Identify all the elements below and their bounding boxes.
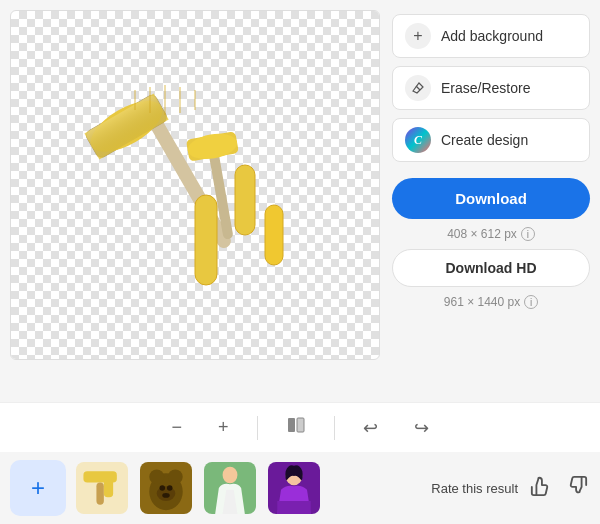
svg-rect-22 [104, 479, 113, 498]
thumbnail-2[interactable] [138, 460, 194, 516]
canvas-area [10, 10, 380, 360]
thumbnail-4[interactable] [266, 460, 322, 516]
product-image [65, 35, 325, 335]
erase-restore-button[interactable]: Erase/Restore [392, 66, 590, 110]
rate-section: Rate this result [431, 473, 590, 504]
svg-rect-8 [195, 195, 217, 285]
add-background-button[interactable]: + Add background [392, 14, 590, 58]
toolbar-row: − + ↩ ↪ [0, 402, 600, 452]
download-info-icon[interactable]: i [521, 227, 535, 241]
svg-rect-4 [84, 93, 168, 159]
add-thumbnail-button[interactable]: + [10, 460, 66, 516]
undo-button[interactable]: ↩ [355, 413, 386, 443]
download-size-info: 408 × 612 px i [392, 227, 590, 241]
svg-rect-9 [235, 165, 255, 235]
add-background-icon: + [405, 23, 431, 49]
thumbnail-1[interactable] [74, 460, 130, 516]
svg-line-16 [416, 86, 420, 90]
svg-point-26 [168, 469, 183, 484]
main-container: + Add background Erase/Restore C [0, 0, 600, 524]
thumbs-down-button[interactable] [564, 473, 590, 504]
svg-rect-17 [288, 418, 295, 432]
create-design-label: Create design [441, 132, 528, 148]
bottom-section: + [0, 452, 600, 524]
thumbs-up-button[interactable] [528, 473, 554, 504]
add-background-label: Add background [441, 28, 543, 44]
svg-point-28 [160, 485, 166, 491]
toolbar-divider-2 [334, 416, 335, 440]
svg-rect-10 [265, 205, 283, 265]
add-icon: + [31, 474, 45, 502]
compare-button[interactable] [278, 411, 314, 444]
download-hd-button[interactable]: Download HD [392, 249, 590, 287]
top-section: + Add background Erase/Restore C [0, 0, 600, 402]
thumbnail-3[interactable] [202, 460, 258, 516]
toolbar-divider-1 [257, 416, 258, 440]
rate-label: Rate this result [431, 481, 518, 496]
download-size-text: 408 × 612 px [447, 227, 517, 241]
download-button[interactable]: Download [392, 178, 590, 219]
download-hd-info-icon[interactable]: i [524, 295, 538, 309]
download-hd-size-text: 961 × 1440 px [444, 295, 520, 309]
zoom-in-button[interactable]: + [210, 413, 237, 442]
svg-rect-35 [277, 501, 310, 514]
erase-restore-label: Erase/Restore [441, 80, 530, 96]
svg-point-32 [223, 467, 238, 484]
svg-point-29 [167, 485, 173, 491]
download-hd-size-info: 961 × 1440 px i [392, 295, 590, 309]
thumbs-down-icon [566, 475, 588, 497]
svg-point-30 [162, 493, 169, 498]
canva-icon: C [405, 127, 431, 153]
svg-rect-21 [96, 482, 103, 504]
redo-button[interactable]: ↪ [406, 413, 437, 443]
erase-icon [405, 75, 431, 101]
create-design-button[interactable]: C Create design [392, 118, 590, 162]
thumbs-up-icon [530, 475, 552, 497]
svg-point-25 [149, 469, 164, 484]
svg-rect-18 [297, 418, 304, 432]
canvas-checkerboard [11, 11, 379, 359]
zoom-out-button[interactable]: − [163, 413, 190, 442]
controls-area: + Add background Erase/Restore C [392, 10, 590, 392]
